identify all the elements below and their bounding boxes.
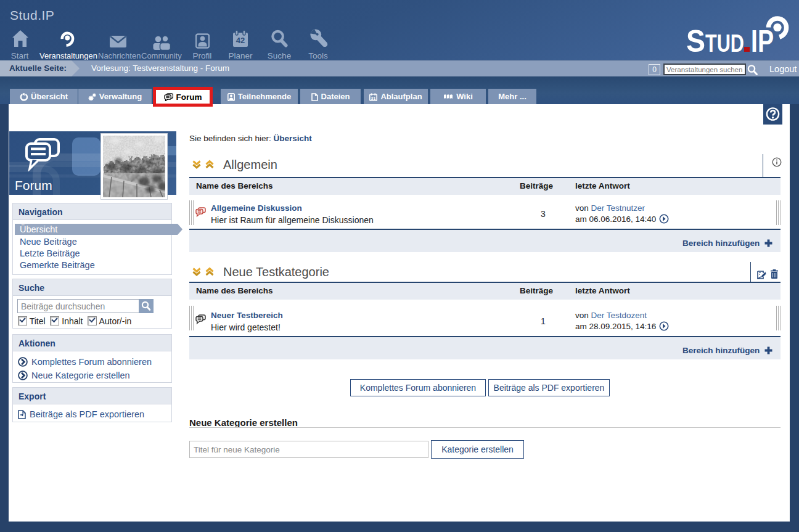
svg-text:IP: IP xyxy=(751,24,774,55)
svg-text:31: 31 xyxy=(371,96,376,100)
svg-text:42: 42 xyxy=(236,36,245,45)
svg-text:S: S xyxy=(686,24,705,55)
svg-text:TUD: TUD xyxy=(705,30,744,55)
